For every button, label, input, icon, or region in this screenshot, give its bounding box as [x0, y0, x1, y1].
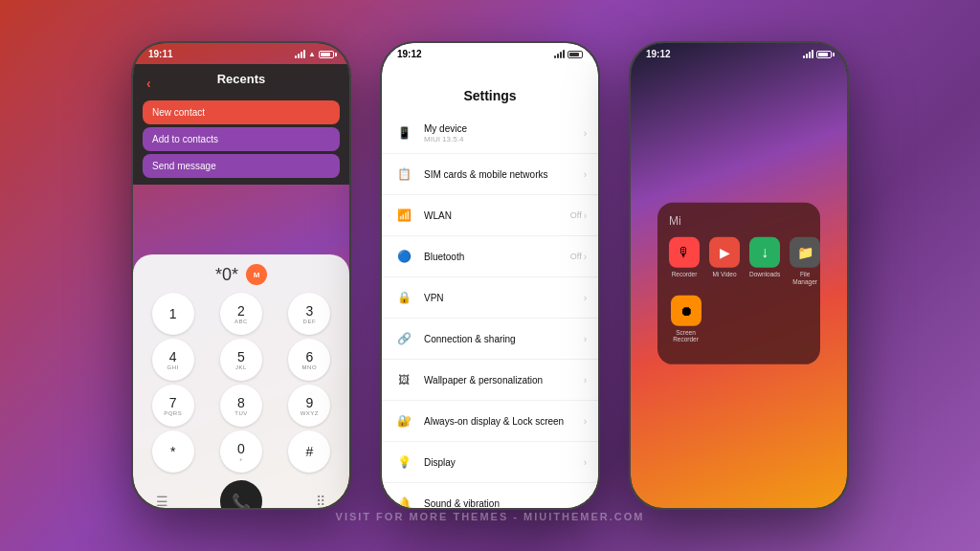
- settings-aod[interactable]: 🔐 Always-on display & Lock screen ›: [382, 401, 598, 442]
- phone1-status-icons: ▲: [295, 50, 334, 58]
- settings-sound[interactable]: 🔔 Sound & vibration ›: [382, 483, 598, 508]
- my-device-sub: MIUI 13.5.4: [424, 135, 584, 143]
- display-label: Display: [424, 457, 584, 468]
- wlan-icon: 📶: [393, 205, 414, 226]
- phone3-status-bar: 19:12: [631, 43, 847, 61]
- recents-panel: ‹ Recents New contact Add to contacts Se…: [133, 64, 349, 185]
- key-9[interactable]: 9WXYZ: [288, 385, 330, 427]
- key-star[interactable]: *: [152, 430, 194, 473]
- phone3-time: 19:12: [646, 49, 671, 59]
- call-button[interactable]: 📞: [220, 480, 262, 508]
- key-0[interactable]: 0+: [220, 430, 262, 473]
- settings-display[interactable]: 💡 Display ›: [382, 442, 598, 483]
- key-2[interactable]: 2ABC: [220, 293, 262, 335]
- bluetooth-status: Off: [570, 252, 582, 261]
- mi-app-screenrecorder[interactable]: ⏺ Screen Recorder: [669, 295, 702, 343]
- wallpaper-label: Wallpaper & personalization: [424, 375, 584, 386]
- key-3[interactable]: 3DEF: [288, 293, 330, 335]
- keypad-icon[interactable]: ⠿: [300, 487, 342, 508]
- settings-bluetooth[interactable]: 🔵 Bluetooth Off ›: [382, 236, 598, 277]
- recorder-label: Recorder: [672, 271, 698, 278]
- phone3-battery: [816, 51, 832, 58]
- sim-label: SIM cards & mobile networks: [424, 169, 584, 180]
- back-button[interactable]: ‹: [146, 76, 151, 91]
- aod-label: Always-on display & Lock screen: [424, 416, 584, 427]
- device-icon: 📱: [393, 122, 414, 143]
- phone-1: 19:11 ▲ ‹ Recents New contact: [131, 41, 351, 510]
- keypad: 1 2ABC 3DEF 4GHI 5JKL 6MNO 7PQRS 8TUV 9W…: [141, 293, 342, 473]
- bluetooth-label: Bluetooth: [424, 252, 570, 262]
- mi-folder-title: Mi: [669, 214, 809, 228]
- phone1-time: 19:11: [148, 49, 173, 59]
- phone-2: 19:12 Settings 📱: [380, 41, 600, 510]
- key-4[interactable]: 4GHI: [152, 339, 194, 381]
- settings-connection[interactable]: 🔗 Connection & sharing ›: [382, 319, 598, 360]
- sound-label: Sound & vibration: [424, 498, 584, 509]
- dialer-number: *0*: [215, 265, 238, 285]
- phone1-wifi-icon: ▲: [308, 50, 316, 58]
- dialer-panel: *0* M 1 2ABC 3DEF 4GHI 5JKL 6MNO 7PQRS 8…: [133, 254, 349, 508]
- wlan-status: Off: [570, 210, 582, 220]
- settings-screen: 19:12 Settings 📱: [382, 43, 598, 508]
- settings-wlan[interactable]: 📶 WLAN Off ›: [382, 195, 598, 236]
- filemanager-label: File Manager: [790, 271, 820, 286]
- key-1[interactable]: 1: [152, 293, 194, 335]
- settings-title: Settings: [382, 61, 598, 113]
- screenrecorder-label: Screen Recorder: [669, 328, 702, 343]
- mi-app-downloads[interactable]: ↓ Downloads: [749, 237, 780, 286]
- key-7[interactable]: 7PQRS: [152, 385, 194, 427]
- mi-folder: Mi 🎙 Recorder ▶ Mi Video ↓ Downloads 📁 F…: [657, 203, 820, 364]
- mivideo-icon: ▶: [709, 237, 740, 268]
- recents-title: Recents: [133, 72, 349, 86]
- key-5[interactable]: 5JKL: [220, 339, 262, 381]
- connection-label: Connection & sharing: [424, 334, 584, 344]
- new-contact-button[interactable]: New contact: [143, 100, 340, 124]
- dialer-display: *0* M: [141, 264, 342, 285]
- vpn-icon: 🔒: [393, 287, 414, 308]
- phone2-signal: [554, 51, 565, 58]
- connection-icon: 🔗: [393, 328, 414, 349]
- phone1-status-bar: 19:11 ▲: [133, 43, 349, 61]
- sim-icon: 📋: [393, 164, 414, 185]
- wallpaper-icon: 🖼: [393, 369, 414, 390]
- settings-vpn[interactable]: 🔒 VPN ›: [382, 277, 598, 319]
- mi-app-filemanager[interactable]: 📁 File Manager: [790, 237, 820, 286]
- settings-sim[interactable]: 📋 SIM cards & mobile networks ›: [382, 154, 598, 195]
- vpn-label: VPN: [424, 293, 584, 303]
- key-6[interactable]: 6MNO: [288, 339, 330, 381]
- phone3-signal: [803, 51, 813, 58]
- bluetooth-icon: 🔵: [393, 246, 414, 267]
- mi-app-mivideo[interactable]: ▶ Mi Video: [709, 237, 740, 286]
- phone1-battery: [319, 51, 334, 58]
- aod-icon: 🔐: [393, 410, 414, 431]
- phone3-status-icons: [803, 51, 832, 58]
- settings-my-device[interactable]: 📱 My device MIUI 13.5.4 ›: [382, 113, 598, 154]
- key-hash[interactable]: #: [288, 430, 330, 473]
- mi-app-recorder[interactable]: 🎙 Recorder: [669, 237, 700, 286]
- my-device-label: My device: [424, 123, 584, 134]
- downloads-label: Downloads: [749, 271, 780, 278]
- menu-icon[interactable]: ☰: [141, 487, 183, 508]
- miui-logo: M: [246, 264, 267, 285]
- dialer-bottom-row: ☰ 📞 ⠿: [141, 480, 342, 508]
- phone2-battery: [568, 51, 583, 58]
- mi-folder-row-1: 🎙 Recorder ▶ Mi Video ↓ Downloads 📁 File…: [669, 237, 809, 286]
- phone2-status-bar: 19:12: [382, 43, 598, 61]
- settings-list: 📱 My device MIUI 13.5.4 › 📋 SIM cards & …: [382, 113, 598, 508]
- wlan-label: WLAN: [424, 210, 570, 221]
- display-icon: 💡: [393, 452, 414, 473]
- mivideo-label: Mi Video: [712, 271, 736, 278]
- phone2-time: 19:12: [397, 49, 422, 59]
- screenrecorder-icon: ⏺: [671, 295, 702, 325]
- downloads-icon: ↓: [749, 237, 780, 268]
- send-message-button[interactable]: Send message: [143, 154, 340, 178]
- sound-icon: 🔔: [393, 493, 414, 508]
- recorder-icon: 🎙: [669, 237, 700, 268]
- add-to-contacts-button[interactable]: Add to contacts: [143, 127, 340, 151]
- settings-wallpaper[interactable]: 🖼 Wallpaper & personalization ›: [382, 360, 598, 401]
- watermark: VISIT FOR MORE THEMES - MIUITHEMER.COM: [336, 511, 645, 522]
- filemanager-icon: 📁: [790, 237, 820, 268]
- phone-3: 19:12 Mi 🎙 Recorder: [629, 41, 849, 510]
- mi-folder-row-2: ⏺ Screen Recorder: [669, 295, 809, 343]
- key-8[interactable]: 8TUV: [220, 385, 262, 427]
